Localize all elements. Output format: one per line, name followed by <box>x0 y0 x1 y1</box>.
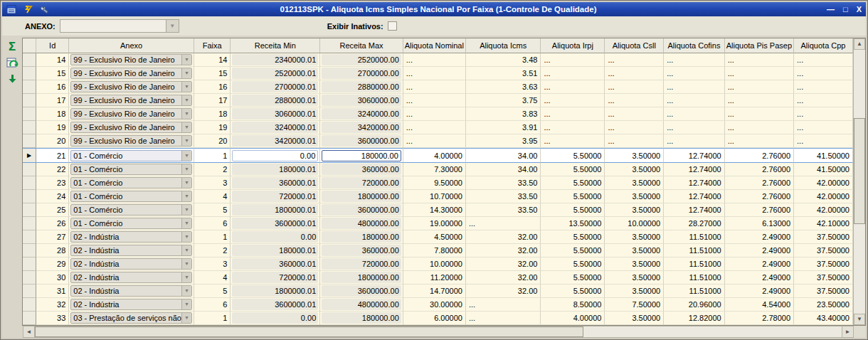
max-edit-field[interactable]: 3600000.00 <box>322 135 401 147</box>
cell-pis[interactable]: ... <box>725 94 794 107</box>
cell-nominal[interactable]: 14.70000 <box>403 285 466 298</box>
cell-faixa[interactable]: 5 <box>194 203 231 217</box>
cell-csll[interactable]: 3.50000 <box>605 312 664 325</box>
cell-cpp[interactable]: 41.50000 <box>794 148 853 163</box>
cell-id[interactable]: 16 <box>36 80 69 94</box>
cell-cpp[interactable]: 42.00000 <box>794 203 853 217</box>
cell-cofins[interactable]: 11.51000 <box>664 285 725 298</box>
cell-max[interactable]: 720000.00 <box>320 257 403 271</box>
cell-csll[interactable]: ... <box>605 121 664 134</box>
cell-max[interactable]: 180000.00 <box>320 312 403 325</box>
cell-min[interactable]: 0.00 <box>231 230 320 244</box>
cell-csll[interactable]: ... <box>605 67 664 80</box>
anexo-cell-combobox[interactable]: 99 - Exclusivo Rio de Janeiro▼ <box>70 122 192 133</box>
cell-id[interactable]: 20 <box>36 134 69 148</box>
cell-nominal[interactable]: 6.00000 <box>403 312 466 325</box>
anexo-cell-combobox[interactable]: 02 - Indústria▼ <box>70 258 192 270</box>
cell-csll[interactable]: 3.50000 <box>605 244 664 257</box>
cell-cpp[interactable]: ... <box>794 80 853 94</box>
cell-csll[interactable]: 3.50000 <box>605 148 664 163</box>
row-indicator[interactable] <box>23 190 36 203</box>
min-edit-field[interactable]: 0.00 <box>232 312 318 324</box>
anexo-cell-combobox[interactable]: 99 - Exclusivo Rio de Janeiro▼ <box>70 95 192 106</box>
cell-nominal[interactable]: 7.80000 <box>403 244 466 257</box>
table-row[interactable]: 1999 - Exclusivo Rio de Janeiro▼19324000… <box>23 121 853 134</box>
chevron-down-icon[interactable]: ▼ <box>181 232 191 242</box>
cell-irpj[interactable]: 5.50000 <box>541 203 605 217</box>
cell-cofins[interactable]: ... <box>664 134 725 148</box>
cell-faixa[interactable]: 2 <box>194 163 231 176</box>
cell-id[interactable]: 22 <box>36 163 69 176</box>
cell-irpj[interactable]: ... <box>541 94 605 107</box>
table-row[interactable]: 1599 - Exclusivo Rio de Janeiro▼15252000… <box>23 67 853 80</box>
table-row[interactable]: 2702 - Indústria▼10.00180000.004.5000032… <box>23 230 853 244</box>
cell-max[interactable]: 2520000.00 <box>320 53 403 67</box>
table-row[interactable]: 2501 - Comércio▼51800000.013600000.0014.… <box>23 203 853 217</box>
col-header-icms[interactable]: Aliquota Icms <box>466 38 541 53</box>
row-indicator[interactable] <box>23 121 36 134</box>
min-edit-field[interactable]: 2880000.01 <box>232 95 318 106</box>
cell-cofins[interactable]: ... <box>664 67 725 80</box>
cell-csll[interactable]: ... <box>605 53 664 67</box>
cell-irpj[interactable]: 4.00000 <box>541 312 605 325</box>
cell-irpj[interactable]: 5.50000 <box>541 163 605 176</box>
cell-cofins[interactable]: 12.82000 <box>664 312 725 325</box>
cell-id[interactable]: 29 <box>36 257 69 271</box>
max-edit-field[interactable]: 4800000.00 <box>322 218 401 229</box>
export-download-icon[interactable] <box>7 74 18 84</box>
chevron-down-icon[interactable]: ▼ <box>166 20 179 32</box>
cell-anexo[interactable]: 03 - Prestação de serviços não▼ <box>69 312 194 325</box>
table-row[interactable]: 1499 - Exclusivo Rio de Janeiro▼14234000… <box>23 53 853 67</box>
table-row[interactable]: 2201 - Comércio▼2180000.01360000.007.300… <box>23 163 853 176</box>
cell-cofins[interactable]: 12.74000 <box>664 163 725 176</box>
cell-max[interactable]: 3600000.00 <box>320 203 403 217</box>
cell-cpp[interactable]: 37.50000 <box>794 244 853 257</box>
cell-nominal[interactable]: 30.00000 <box>403 298 466 312</box>
cell-icms[interactable]: 33.50 <box>466 190 541 203</box>
maximize-button[interactable]: □ <box>843 4 848 14</box>
col-header-pis[interactable]: Aliquota Pis Pasep <box>725 38 794 53</box>
cell-pis[interactable]: 2.76000 <box>725 163 794 176</box>
cell-icms[interactable]: 3.63 <box>466 80 541 94</box>
cell-csll[interactable]: ... <box>605 134 664 148</box>
vertical-scrollbar[interactable]: ▲ ▼ <box>853 38 865 325</box>
cell-icms[interactable]: 3.51 <box>466 67 541 80</box>
refresh-grid-icon[interactable] <box>6 58 18 69</box>
cell-anexo[interactable]: 99 - Exclusivo Rio de Janeiro▼ <box>69 53 194 67</box>
cell-nominal[interactable]: 10.70000 <box>403 190 466 203</box>
cell-max[interactable]: 720000.00 <box>320 176 403 190</box>
cell-icms[interactable]: 33.50 <box>466 203 541 217</box>
cell-pis[interactable]: 2.49000 <box>725 257 794 271</box>
cell-anexo[interactable]: 01 - Comércio▼ <box>69 176 194 190</box>
anexo-cell-combobox[interactable]: 02 - Indústria▼ <box>70 299 192 310</box>
cell-min[interactable]: 180000.01 <box>231 163 320 176</box>
cell-icms[interactable]: 3.91 <box>466 121 541 134</box>
anexo-cell-combobox[interactable]: 03 - Prestação de serviços não▼ <box>70 312 192 324</box>
cell-max[interactable]: 4800000.00 <box>320 217 403 230</box>
anexo-cell-combobox[interactable]: 99 - Exclusivo Rio de Janeiro▼ <box>70 54 192 65</box>
table-row[interactable]: 3202 - Indústria▼63600000.014800000.0030… <box>23 298 853 312</box>
cell-anexo[interactable]: 99 - Exclusivo Rio de Janeiro▼ <box>69 107 194 121</box>
cell-max[interactable]: 3240000.00 <box>320 107 403 121</box>
cell-id[interactable]: 21 <box>36 148 69 163</box>
title-bar[interactable]: 012113SPK - Aliquota Icms Simples Nacion… <box>2 2 866 16</box>
anexo-cell-combobox[interactable]: 01 - Comércio▼ <box>70 177 192 188</box>
table-row[interactable]: 2301 - Comércio▼3360000.01720000.009.500… <box>23 176 853 190</box>
cell-pis[interactable]: ... <box>725 53 794 67</box>
cell-id[interactable]: 27 <box>36 230 69 244</box>
max-edit-field[interactable]: 180000.00 <box>322 231 401 243</box>
cell-anexo[interactable]: 02 - Indústria▼ <box>69 257 194 271</box>
cell-min[interactable]: 360000.01 <box>231 176 320 190</box>
max-edit-field[interactable]: 3060000.00 <box>322 95 401 106</box>
cell-id[interactable]: 26 <box>36 217 69 230</box>
table-row[interactable]: 1799 - Exclusivo Rio de Janeiro▼17288000… <box>23 94 853 107</box>
min-edit-field[interactable]: 0.00 <box>232 231 318 243</box>
cell-min[interactable]: 2700000.01 <box>231 80 320 94</box>
cell-min[interactable]: 1800000.01 <box>231 285 320 298</box>
cell-icms[interactable]: 32.00 <box>466 271 541 285</box>
anexo-cell-combobox[interactable]: 99 - Exclusivo Rio de Janeiro▼ <box>70 135 192 147</box>
col-header-cpp[interactable]: Aliquota Cpp <box>794 38 853 53</box>
cell-max[interactable]: 3600000.00 <box>320 134 403 148</box>
cell-irpj[interactable]: 5.50000 <box>541 230 605 244</box>
max-edit-field[interactable]: 180000.00 <box>322 150 401 161</box>
